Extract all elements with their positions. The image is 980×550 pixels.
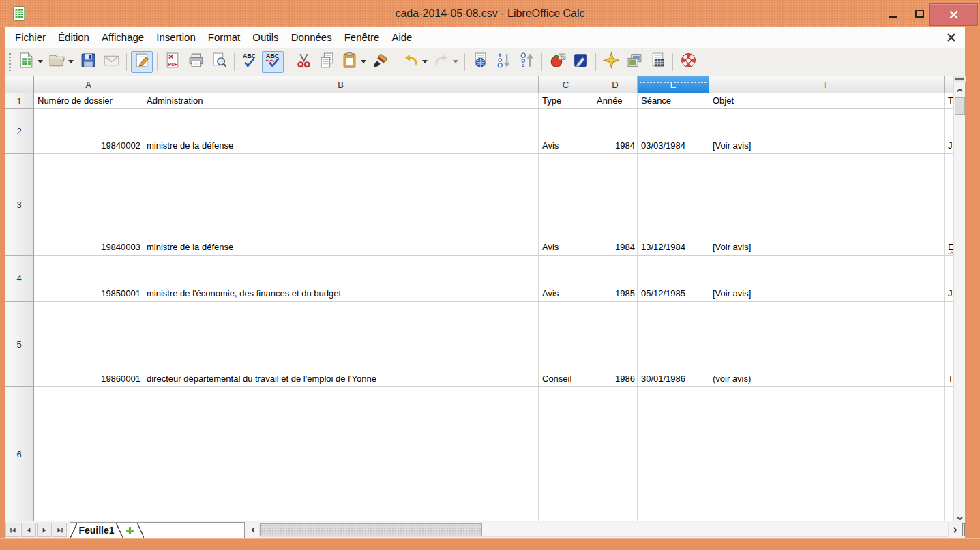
cell[interactable]: 03/03/1984 — [638, 109, 709, 154]
cell[interactable]: 1985 — [593, 256, 638, 302]
email-document-button[interactable] — [100, 51, 122, 73]
gallery-button[interactable] — [623, 51, 645, 73]
open-dropdown-arrow[interactable] — [68, 60, 74, 63]
horizontal-scrollbar-thumb[interactable] — [260, 523, 482, 536]
row-header-1[interactable]: 1 — [5, 93, 34, 109]
menu-item-edition[interactable]: Édition — [52, 27, 95, 48]
menu-item-donnees[interactable]: Données — [285, 27, 338, 48]
menu-item-aide[interactable]: Aide — [385, 27, 418, 48]
navigator-button[interactable] — [600, 51, 622, 73]
cell[interactable]: 1984 — [593, 154, 638, 256]
cell[interactable]: 19860001 — [34, 302, 143, 387]
column-header-e[interactable]: E — [638, 76, 709, 93]
vertical-scrollbar-thumb[interactable] — [955, 97, 965, 115]
clone-formatting-button[interactable] — [370, 51, 391, 73]
cell[interactable]: 13/12/1984 — [638, 154, 709, 256]
cell[interactable]: Année — [593, 93, 638, 109]
cell[interactable]: ministre de la défense — [143, 154, 539, 256]
undo-dropdown-arrow[interactable] — [422, 60, 428, 63]
row-header-2[interactable]: 2 — [5, 109, 34, 154]
redo-dropdown-arrow[interactable] — [453, 60, 458, 63]
cell[interactable]: Th — [945, 93, 953, 109]
cell[interactable] — [709, 387, 945, 521]
cell[interactable]: 19840002 — [34, 109, 143, 154]
menu-item-affichage[interactable]: Affichage — [95, 27, 150, 48]
new-document-dropdown-arrow[interactable] — [38, 60, 43, 63]
row-header-6[interactable]: 6 — [5, 387, 34, 521]
help-button[interactable] — [677, 51, 699, 73]
hscroll-left-button[interactable] — [248, 523, 260, 537]
column-header-a[interactable]: A — [34, 76, 143, 93]
maximize-button[interactable] — [908, 0, 930, 27]
hyperlink-button[interactable] — [469, 51, 491, 73]
cell[interactable]: Ju — [945, 109, 953, 154]
row-header-4[interactable]: 4 — [5, 256, 34, 302]
row-header-5[interactable]: 5 — [5, 302, 34, 387]
previous-sheet-button[interactable] — [21, 523, 36, 537]
cell[interactable]: 19850001 — [34, 256, 143, 302]
paste-button[interactable] — [339, 51, 368, 73]
cut-button[interactable] — [293, 51, 314, 73]
save-button[interactable] — [77, 51, 99, 73]
cell[interactable]: [Voir avis] — [709, 154, 945, 256]
cell[interactable]: 19840003 — [34, 154, 143, 256]
scroll-up-button[interactable] — [954, 83, 966, 97]
cell[interactable]: ministre de la défense — [143, 109, 539, 154]
horizontal-scrollbar[interactable] — [259, 523, 949, 537]
undo-button[interactable] — [400, 51, 430, 73]
vertical-split-handle[interactable] — [954, 76, 966, 82]
cell[interactable]: Numéro de dossier — [34, 93, 143, 109]
first-sheet-button[interactable] — [5, 523, 20, 537]
cell[interactable]: Administration — [143, 93, 539, 109]
cell[interactable]: Avis — [539, 256, 593, 302]
select-all-corner[interactable] — [5, 76, 34, 93]
new-document-button[interactable] — [16, 51, 45, 73]
hscroll-right-button[interactable] — [949, 523, 961, 537]
menu-item-outils[interactable]: Outils — [246, 27, 284, 48]
edit-mode-button[interactable] — [131, 51, 153, 73]
cell[interactable] — [34, 387, 143, 521]
cell[interactable] — [593, 387, 638, 521]
cell[interactable]: [Voir avis] — [709, 256, 945, 302]
redo-button[interactable] — [431, 51, 460, 73]
last-sheet-button[interactable] — [53, 523, 68, 537]
cell[interactable]: Avis — [539, 154, 593, 256]
cell[interactable]: Avis — [539, 109, 593, 154]
minimize-button[interactable] — [882, 0, 904, 27]
insert-chart-button[interactable]: % — [546, 51, 568, 73]
show-draw-functions-button[interactable] — [569, 51, 591, 73]
sort-descending-button[interactable] — [516, 51, 537, 73]
menu-item-fichier[interactable]: Fichier — [9, 27, 52, 48]
cell[interactable] — [638, 387, 709, 521]
menu-item-format[interactable]: Format — [202, 27, 247, 48]
column-header-d[interactable]: D — [593, 76, 638, 93]
toolbar-drag-handle[interactable] — [9, 53, 11, 71]
cell[interactable]: ministre de l'économie, des finances et … — [143, 256, 539, 302]
print-button[interactable] — [185, 51, 207, 73]
cell[interactable]: Objet — [709, 93, 945, 109]
open-button[interactable] — [46, 51, 76, 73]
column-header-partial[interactable] — [945, 76, 953, 93]
sheet-tab-feuille1[interactable]: Feuille1 — [77, 523, 115, 538]
cell[interactable]: [Voir avis] — [709, 109, 945, 154]
spelling-button[interactable]: ABC — [239, 51, 261, 73]
cell[interactable]: E — [945, 154, 953, 256]
column-header-f[interactable]: F — [709, 76, 945, 93]
column-header-c[interactable]: C — [539, 76, 593, 93]
cell[interactable] — [945, 387, 953, 521]
print-preview-button[interactable] — [208, 51, 230, 73]
horizontal-split-handle[interactable] — [962, 523, 965, 536]
cell[interactable]: (voir avis) — [709, 302, 945, 387]
cell[interactable]: 1986 — [593, 302, 638, 387]
cell[interactable]: Ju — [945, 256, 953, 302]
cell[interactable] — [143, 387, 539, 521]
data-sources-button[interactable] — [647, 51, 668, 73]
column-header-b[interactable]: B — [143, 76, 539, 93]
cell[interactable]: Conseil — [539, 302, 593, 387]
vertical-scrollbar[interactable] — [953, 76, 965, 525]
cell[interactable]: 1984 — [593, 109, 638, 154]
next-sheet-button[interactable] — [37, 523, 52, 537]
add-sheet-button[interactable] — [123, 523, 137, 538]
cell[interactable]: Type — [539, 93, 593, 109]
cell[interactable]: 05/12/1985 — [638, 256, 709, 302]
